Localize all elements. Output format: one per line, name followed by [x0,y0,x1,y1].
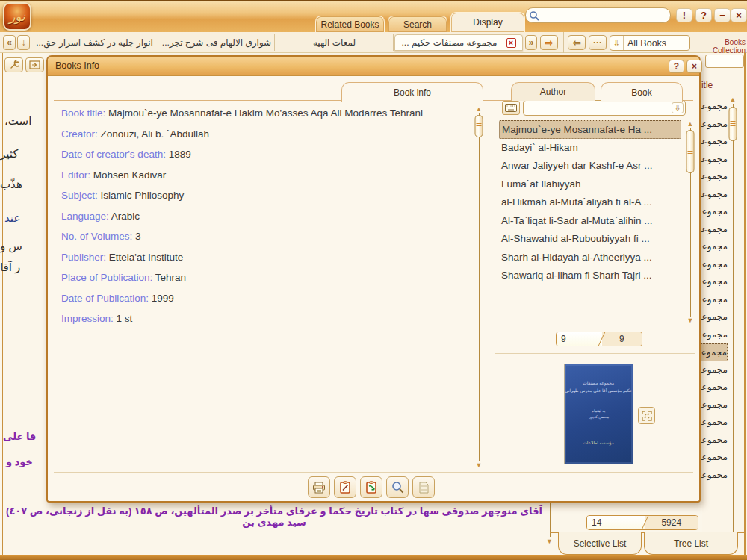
dropdown-arrow-icon[interactable]: ⇩ [610,36,624,50]
edit-button[interactable] [334,476,356,498]
book-search-input[interactable]: ⇩ [523,100,686,116]
document-text-fragment: ر آقا [0,261,20,274]
tab-list-dropdown-button[interactable]: ↓ [17,35,30,50]
search-icon [529,10,539,21]
global-search-input[interactable] [525,7,671,23]
expand-tabs-button[interactable]: » [525,35,537,50]
field-label: Publisher: [61,252,109,263]
left-border [2,53,3,555]
enlarge-cover-button[interactable] [638,407,655,424]
tab-author[interactable]: Author [511,82,595,101]
scrollbar-thumb[interactable] [686,130,695,173]
back-button[interactable]: ⇦ [568,35,586,50]
dock-panel-button[interactable] [25,57,44,72]
title-list-scrollbar[interactable]: ▲ ▼ [728,96,738,544]
tools-button[interactable] [4,57,23,72]
thumb-grip [731,121,736,127]
book-list-item[interactable]: Badayi` al-Hikam [499,139,681,158]
book-cover-image[interactable]: مجموعه مصنفاتحکیم مؤسس آقا علی مدرس طهرا… [564,364,633,464]
cover-text-line: به اهتمام [592,408,605,413]
help-button[interactable]: ? [695,8,712,22]
field-label: Date of creator's death: [61,149,169,160]
book-field: Place of Publication: Tehran [61,271,480,285]
scroll-down-icon[interactable]: ▼ [687,317,694,324]
document-button[interactable] [412,476,435,498]
current-page-value[interactable]: 9 [557,332,601,346]
collection-dropdown[interactable]: ⇩ All Books [610,35,690,51]
dropdown-arrow-icon[interactable]: ⇩ [672,102,684,113]
tab-selective-list[interactable]: Selective List [558,532,642,555]
close-button[interactable]: × [731,8,747,22]
dialog-titlebar[interactable]: Books Info ? × [48,57,699,76]
dialog-help-button[interactable]: ? [669,60,684,73]
field-label: Creator: [61,128,101,140]
tab-book[interactable]: Book [601,82,683,102]
current-page-value[interactable]: 14 [587,516,645,529]
scrollbar-track[interactable] [733,104,734,535]
zoom-button[interactable] [386,476,409,498]
scrollbar-thumb[interactable] [729,107,737,141]
document-icon [419,482,429,494]
expand-icon [642,411,652,421]
book-list-item[interactable]: Al-Ta`liqat li-Sadr al-Muta`alihin ... [499,212,681,231]
print-button[interactable] [308,476,330,498]
book-tab-active[interactable]: × مجموعه مصنفات حکیم ... [394,34,523,51]
book-list-item[interactable]: Luma`at Ilahiyyah [499,175,681,194]
field-value: 1999 [152,293,174,304]
scroll-up-icon[interactable]: ▲ [687,121,694,128]
tab-search[interactable]: Search [388,16,447,32]
book-tab[interactable]: شوارق الالهام فی شرح تجر... [159,34,275,51]
dock-window-icon [29,60,40,69]
book-list-scrollbar[interactable]: ▲ ▼ [685,121,695,324]
collection-dropdown-value: All Books [624,38,666,49]
window-bottom-edge [0,555,747,560]
export-button[interactable] [360,476,382,498]
book-page-indicator[interactable]: 9 9 [556,332,642,346]
book-list-item[interactable]: Shawariq al-Ilham fi Sharh Tajri ... [499,267,681,285]
book-tab[interactable]: لمعات الهیه [276,34,394,51]
dialog-close-button[interactable]: × [686,60,702,73]
collapse-tabs-button[interactable]: « [3,35,16,50]
minimize-button[interactable]: − [714,8,731,22]
cover-text-line: مؤسسه اطلاعات [583,439,615,446]
document-page-indicator[interactable]: 14 5924 [586,515,698,530]
tab-book-info[interactable]: Book info [341,82,483,102]
next-book-button[interactable]: ⇨ [540,35,558,50]
book-list-item[interactable]: Anwar Jaliyyeh dar Kashf-e Asr ... [499,157,681,175]
field-label: Subject: [61,190,101,201]
tab-tree-list[interactable]: Tree List [644,532,738,555]
notify-button[interactable]: ! [676,8,692,22]
total-pages-value: 5924 [645,516,698,529]
more-button[interactable]: ··· [589,35,607,50]
field-value: 1 st [117,313,133,324]
field-value: Majmou`e-ye Mosannafat-e Hakim Mo'asses … [108,108,423,119]
book-tab-strip: « ↓ انوار جلیه در کشف اسرار حق... شوارق … [0,32,747,53]
tab-related-books[interactable]: Related Books [315,16,385,32]
book-field: Date of creator's death: 1889 [61,148,480,162]
title-filter-input[interactable] [705,55,744,68]
noor-logo-icon[interactable]: نور [3,2,31,31]
virtual-keyboard-button[interactable] [502,101,520,115]
document-text-fragment: س و [0,240,22,253]
tab-display[interactable]: Display [450,12,525,32]
scroll-up-icon[interactable]: ▲ [730,96,737,103]
cover-text-line: محسن کدیور [589,414,609,419]
magnifier-icon [391,481,404,494]
book-tab-label: مجموعه مصنفات حکیم ... [401,37,501,48]
book-list-item[interactable]: Sharh al-Hidayah al-Atheeriyya ... [499,249,681,267]
field-value: Arabic [111,211,140,222]
close-book-tab-icon[interactable]: × [506,38,516,48]
doc-scroll-down-icon[interactable]: ▼ [546,538,553,545]
book-list-item[interactable]: Majmou`e-ye Mosannafat-e Ha ... [499,120,681,139]
app-window: نور Related Books Search Display ! ? − ×… [0,0,747,560]
scroll-down-icon[interactable]: ▼ [476,462,483,469]
field-value: 1889 [169,149,191,160]
book-list-item[interactable]: al-Hikmah al-Muta`aliyah fi al-A ... [499,193,681,212]
book-list-item[interactable]: Al-Shawahid al-Ruboubiyyah fi ... [499,230,681,249]
dialog-title: Books Info [55,60,99,71]
book-tab[interactable]: انوار جلیه در کشف اسرار حق... [31,34,158,51]
sidebar-right-border [744,53,746,560]
cover-text-line: مجموعه مصنفات [583,379,615,386]
document-text-fragment: قا علی [3,431,36,442]
field-label: Editor: [61,169,93,181]
